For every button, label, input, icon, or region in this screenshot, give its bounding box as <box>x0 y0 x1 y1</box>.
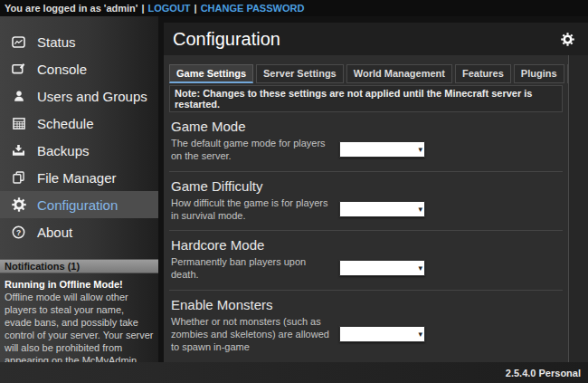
sidebar-item-label: Backups <box>37 143 90 158</box>
tab-server-settings[interactable]: Server Settings <box>256 64 344 83</box>
version-label: 2.5.4.0 Personal <box>506 368 581 378</box>
notifications-header: Notifications (1) <box>0 259 158 273</box>
hardcore-mode-dropdown[interactable]: ▾ <box>339 260 425 276</box>
right-gutter <box>569 55 588 362</box>
logged-in-text: You are logged in as 'admin' <box>5 3 138 14</box>
setting-title: Game Difficulty <box>171 178 561 194</box>
notification-text: Offline mode will allow other players to… <box>5 292 154 362</box>
setting-description: Permanently ban players upon death. <box>171 255 334 282</box>
sidebar-item-configuration[interactable]: Configuration <box>0 191 158 218</box>
sidebar: Status Console Users and Groups <box>0 16 158 362</box>
svg-text:?: ? <box>16 227 21 236</box>
separator: | <box>141 3 144 14</box>
status-chart-icon <box>11 36 26 48</box>
game-mode-dropdown[interactable]: ▾ <box>339 141 425 158</box>
content-row: Game Settings Server Settings World Mana… <box>164 55 588 362</box>
hardcore-mode-select[interactable] <box>340 263 424 277</box>
setting-row-enable-monsters: Enable Monsters Whether or not monsters … <box>169 291 563 362</box>
panel-header: Configuration <box>164 23 588 55</box>
logout-link[interactable]: LOGOUT <box>148 3 191 14</box>
files-icon <box>11 171 26 184</box>
tab-plugins[interactable]: Plugins <box>514 64 564 83</box>
page-title: Configuration <box>173 29 280 50</box>
setting-title: Hardcore Mode <box>171 237 561 253</box>
sidebar-item-file-manager[interactable]: File Manager <box>0 164 158 191</box>
sidebar-item-label: Schedule <box>37 116 94 131</box>
enable-monsters-dropdown[interactable]: ▾ <box>339 326 425 342</box>
game-mode-select[interactable] <box>340 144 424 158</box>
game-difficulty-dropdown[interactable]: ▾ <box>339 201 425 217</box>
main-panel: Configuration Game Settings Server Setti… <box>158 16 588 362</box>
sidebar-item-users-and-groups[interactable]: Users and Groups <box>0 82 158 110</box>
setting-description: How difficult the game is for players in… <box>171 196 334 223</box>
sidebar-item-label: About <box>37 225 72 240</box>
sidebar-item-about[interactable]: ? About <box>0 218 158 245</box>
restart-note: Note: Changes to these settings are not … <box>169 85 563 112</box>
notification-title: Running in Offline Mode! <box>5 279 154 292</box>
setting-row-game-mode: Game Mode The default game mode for play… <box>169 112 563 172</box>
gear-icon <box>11 197 26 212</box>
calendar-grid-icon <box>11 118 26 129</box>
setting-description: The default game mode for players on the… <box>171 137 334 163</box>
game-difficulty-select[interactable] <box>340 204 424 218</box>
sidebar-item-label: Console <box>37 62 87 77</box>
mcmyadmin-app: You are logged in as 'admin' | LOGOUT | … <box>0 0 588 383</box>
sidebar-item-status[interactable]: Status <box>0 28 158 55</box>
setting-description: Whether or not monsters (such as zombies… <box>171 315 334 354</box>
tab-world-management[interactable]: World Management <box>346 64 452 83</box>
sidebar-item-label: Configuration <box>37 197 118 213</box>
backup-download-icon <box>11 144 26 157</box>
top-bar: You are logged in as 'admin' | LOGOUT | … <box>0 0 588 16</box>
sidebar-item-backups[interactable]: Backups <box>0 137 158 164</box>
question-circle-icon: ? <box>11 225 26 239</box>
gear-icon[interactable] <box>561 33 574 46</box>
notification-item: Running in Offline Mode! Offline mode wi… <box>0 273 158 362</box>
tab-bar: Game Settings Server Settings World Mana… <box>169 64 563 83</box>
setting-row-hardcore-mode: Hardcore Mode Permanently ban players up… <box>169 231 563 291</box>
sidebar-item-console[interactable]: Console <box>0 55 158 82</box>
sidebar-item-label: File Manager <box>37 170 117 186</box>
tab-game-settings[interactable]: Game Settings <box>169 64 253 83</box>
user-icon <box>11 90 26 102</box>
console-icon <box>11 62 26 75</box>
tab-features[interactable]: Features <box>455 64 511 83</box>
footer-bar: 2.5.4.0 Personal <box>0 362 588 383</box>
sidebar-item-label: Status <box>37 34 76 50</box>
setting-title: Game Mode <box>171 119 561 134</box>
sidebar-nav: Status Console Users and Groups <box>0 16 158 245</box>
settings-content: Game Settings Server Settings World Mana… <box>164 55 569 362</box>
change-password-link[interactable]: CHANGE PASSWORD <box>201 3 305 14</box>
separator: | <box>194 3 197 14</box>
setting-title: Enable Monsters <box>171 297 561 312</box>
sidebar-item-schedule[interactable]: Schedule <box>0 110 158 137</box>
enable-monsters-select[interactable] <box>340 329 424 343</box>
setting-row-game-difficulty: Game Difficulty How difficult the game i… <box>169 172 563 232</box>
sidebar-item-label: Users and Groups <box>37 89 147 104</box>
body-row: Status Console Users and Groups <box>0 16 588 362</box>
